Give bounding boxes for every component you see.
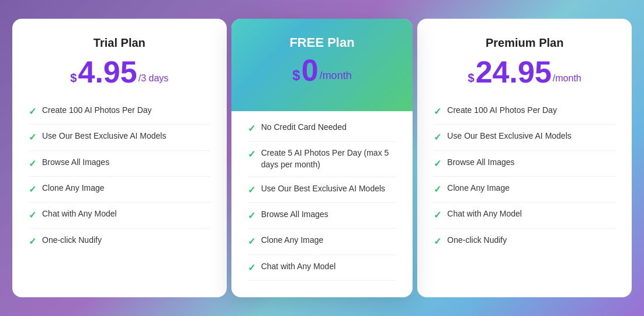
list-item: ✓Browse All Images [248,203,397,229]
feature-text: Clone Any Image [42,183,105,194]
list-item: ✓One-click Nudify [29,229,210,254]
list-item: ✓Clone Any Image [248,229,397,255]
list-item: ✓Create 5 AI Photos Per Day (max 5 days … [248,142,397,177]
trial-price-dollar: $ [70,68,77,87]
free-plan-card: FREE Plan $ 0 /month ✓No Credit Card Nee… [231,19,413,297]
check-icon: ✓ [434,235,441,248]
feature-text: One-click Nudify [447,235,507,246]
check-icon: ✓ [434,209,441,222]
premium-price-period: /month [553,73,581,87]
feature-text: Create 100 AI Photos Per Day [42,105,152,116]
list-item: ✓Create 100 AI Photos Per Day [434,99,615,125]
list-item: ✓Use Our Best Exclusive AI Models [248,177,397,203]
feature-text: Use Our Best Exclusive AI Models [447,130,571,142]
premium-plan-title: Premium Plan [434,36,615,50]
check-icon: ✓ [434,131,441,144]
check-icon: ✓ [29,105,36,118]
check-icon: ✓ [248,235,255,248]
check-icon: ✓ [29,235,36,248]
list-item: ✓Clone Any Image [29,177,210,202]
check-icon: ✓ [248,262,255,274]
trial-plan-title: Trial Plan [29,36,210,50]
list-item: ✓One-click Nudify [434,229,615,254]
premium-features-list: ✓Create 100 AI Photos Per Day✓Use Our Be… [434,99,615,254]
check-icon: ✓ [248,209,255,222]
trial-features-list: ✓Create 100 AI Photos Per Day✓Use Our Be… [29,99,210,254]
free-price-amount: 0 [302,55,318,85]
check-icon: ✓ [434,105,441,118]
free-features-list: ✓No Credit Card Needed✓Create 5 AI Photo… [231,111,413,281]
premium-price-amount: 24.95 [476,57,552,87]
premium-plan-card: Premium Plan $ 24.95 /month ✓Create 100 … [417,19,632,297]
feature-text: Create 100 AI Photos Per Day [447,105,557,116]
list-item: ✓Use Our Best Exclusive AI Models [29,125,210,150]
feature-text: Use Our Best Exclusive AI Models [261,183,385,195]
trial-price-period: /3 days [139,73,169,87]
feature-text: Clone Any Image [447,183,510,194]
check-icon: ✓ [29,209,36,222]
check-icon: ✓ [248,184,255,197]
feature-text: Chat with Any Model [42,208,117,220]
free-plan-header: FREE Plan $ 0 /month [231,19,413,111]
trial-price-row: $ 4.95 /3 days [29,57,210,87]
list-item: ✓Use Our Best Exclusive AI Models [434,125,615,150]
feature-text: Chat with Any Model [447,208,522,220]
check-icon: ✓ [434,157,441,170]
list-item: ✓Chat with Any Model [434,202,615,228]
check-icon: ✓ [248,148,255,161]
list-item: ✓Clone Any Image [434,177,615,202]
check-icon: ✓ [248,122,255,135]
free-price-period: /month [320,70,352,85]
trial-plan-card: Trial Plan $ 4.95 /3 days ✓Create 100 AI… [12,19,227,297]
list-item: ✓Browse All Images [29,151,210,177]
list-item: ✓Chat with Any Model [29,202,210,228]
feature-text: Browse All Images [447,157,514,169]
feature-text: Chat with Any Model [261,261,336,273]
list-item: ✓Chat with Any Model [248,255,397,281]
feature-text: No Credit Card Needed [261,122,347,133]
free-price-row: $ 0 /month [248,55,397,85]
check-icon: ✓ [434,183,441,196]
premium-price-dollar: $ [468,68,475,87]
premium-price-row: $ 24.95 /month [434,57,615,87]
list-item: ✓No Credit Card Needed [248,111,397,142]
free-price-dollar: $ [292,66,300,85]
feature-text: Browse All Images [42,157,109,169]
trial-price-amount: 4.95 [78,57,137,87]
list-item: ✓Browse All Images [434,151,615,177]
feature-text: Create 5 AI Photos Per Day (max 5 days p… [261,147,397,170]
feature-text: Use Our Best Exclusive AI Models [42,130,166,142]
plans-container: Trial Plan $ 4.95 /3 days ✓Create 100 AI… [12,19,632,297]
feature-text: Browse All Images [261,209,328,221]
feature-text: Clone Any Image [261,235,324,246]
check-icon: ✓ [29,183,36,196]
check-icon: ✓ [29,157,36,170]
feature-text: One-click Nudify [42,235,102,246]
free-plan-title: FREE Plan [248,35,397,50]
check-icon: ✓ [29,131,36,144]
list-item: ✓Create 100 AI Photos Per Day [29,99,210,125]
